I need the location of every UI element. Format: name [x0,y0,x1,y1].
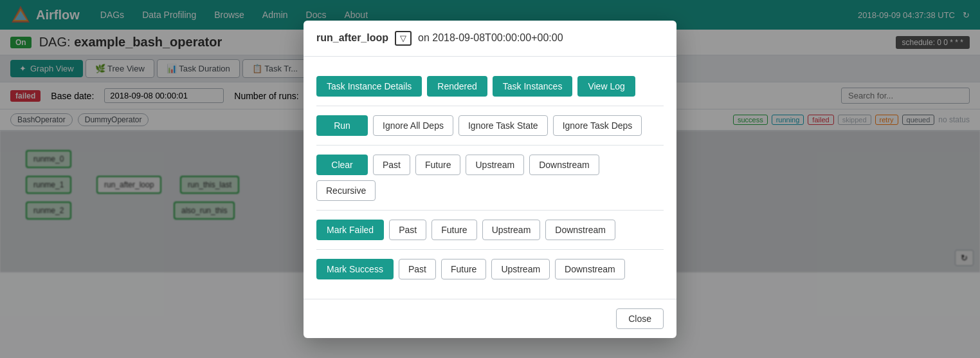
modal-section-run: Run Ignore All Deps Ignore Task State Ig… [316,106,664,146]
clear-button[interactable]: Clear [316,155,368,175]
task-modal: run_after_loop ▽ on 2018-09-08T00:00:00+… [304,21,676,338]
modal-section-mark-failed: Mark Failed Past Future Upstream Downstr… [316,211,664,250]
modal-on-date: on 2018-09-08T00:00:00+00:00 [418,32,563,44]
mark-success-downstream-button[interactable]: Downstream [555,259,625,279]
filter-icon: ▽ [395,31,412,46]
run-buttons: Run Ignore All Deps Ignore Task State Ig… [316,115,664,136]
close-button[interactable]: Close [616,308,664,329]
modal-overlay: run_after_loop ▽ on 2018-09-08T00:00:00+… [0,0,980,358]
action-buttons: Task Instance Details Rendered Task Inst… [316,76,664,97]
clear-past-button[interactable]: Past [373,155,410,175]
modal-body: Task Instance Details Rendered Task Inst… [304,57,676,299]
mark-failed-future-button[interactable]: Future [431,220,476,240]
modal-header: run_after_loop ▽ on 2018-09-08T00:00:00+… [304,21,676,57]
mark-failed-downstream-button[interactable]: Downstream [545,220,615,240]
clear-buttons: Clear Past Future Upstream Downstream Re… [316,155,664,201]
view-log-button[interactable]: View Log [577,76,635,97]
mark-success-past-button[interactable]: Past [399,259,436,279]
clear-upstream-button[interactable]: Upstream [466,155,524,175]
task-instance-details-button[interactable]: Task Instance Details [316,76,422,97]
ignore-task-state-button[interactable]: Ignore Task State [458,115,548,136]
rendered-button[interactable]: Rendered [427,76,487,97]
modal-footer: Close [304,299,676,338]
mark-failed-button[interactable]: Mark Failed [316,220,384,240]
mark-failed-upstream-button[interactable]: Upstream [482,220,541,240]
mark-failed-buttons: Mark Failed Past Future Upstream Downstr… [316,220,664,240]
mark-success-upstream-button[interactable]: Upstream [491,259,550,279]
mark-success-future-button[interactable]: Future [441,259,486,279]
modal-section-mark-success: Mark Success Past Future Upstream Downst… [316,250,664,288]
clear-future-button[interactable]: Future [415,155,460,175]
ignore-all-deps-button[interactable]: Ignore All Deps [373,115,453,136]
clear-downstream-button[interactable]: Downstream [529,155,599,175]
modal-section-clear: Clear Past Future Upstream Downstream Re… [316,146,664,211]
mark-success-button[interactable]: Mark Success [316,259,394,279]
ignore-task-deps-button[interactable]: Ignore Task Deps [553,115,642,136]
modal-section-actions: Task Instance Details Rendered Task Inst… [316,67,664,106]
mark-failed-past-button[interactable]: Past [389,220,426,240]
clear-recursive-button[interactable]: Recursive [316,180,376,201]
mark-success-buttons: Mark Success Past Future Upstream Downst… [316,259,664,279]
modal-task-name: run_after_loop [316,32,388,44]
task-instances-button[interactable]: Task Instances [493,76,573,97]
run-button[interactable]: Run [316,115,368,136]
